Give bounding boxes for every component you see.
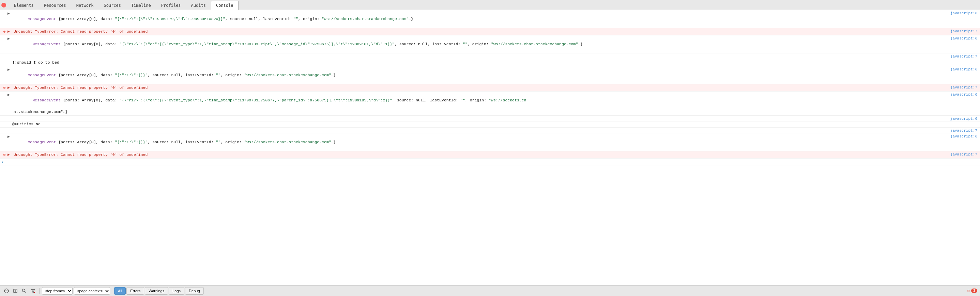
context-select[interactable]: <page context> <box>74 287 110 294</box>
bottom-toolbar: <top frame> <page context> All Errors Wa… <box>0 285 980 296</box>
empty-arrow-3 <box>8 54 12 54</box>
filter-buttons: All Errors Warnings Logs Debug <box>114 287 204 294</box>
expand-arrow-2[interactable]: ▶ <box>8 36 12 41</box>
empty-icon-7 <box>2 92 8 93</box>
log-content-6: Uncaught TypeError: Cannot read property… <box>12 85 946 91</box>
expand-arrow-12[interactable]: ▶ <box>8 152 12 157</box>
expand-arrow-11[interactable]: ▶ <box>8 134 12 139</box>
clear-console-button[interactable] <box>3 287 10 294</box>
search-button[interactable] <box>21 287 28 294</box>
plain-text-0: !!should I go to bed <box>0 59 980 66</box>
expand-arrow-6[interactable]: ▶ <box>8 85 12 90</box>
log-spacer-8: javascript:6 <box>0 116 980 122</box>
log-content-5: MessageEvent {ports: Array[0], data: "{\… <box>12 66 946 84</box>
log-source-6[interactable]: javascript:7 <box>946 85 980 89</box>
tab-profiles[interactable]: Profiles <box>156 1 186 10</box>
log-source-11[interactable]: javascript:6 <box>946 134 980 138</box>
frame-select[interactable]: <top frame> <box>42 287 73 294</box>
log-source-spacer-10[interactable]: javascript:7 <box>946 128 980 133</box>
close-button[interactable]: × <box>2 3 6 8</box>
log-content-11: MessageEvent {ports: Array[0], data: "{\… <box>12 134 946 151</box>
filter-warnings-button[interactable]: Warnings <box>145 287 168 294</box>
log-source-spacer[interactable]: javascript:7 <box>946 54 980 59</box>
svg-point-6 <box>22 289 25 291</box>
log-source-5[interactable]: javascript:6 <box>946 66 980 71</box>
log-entry-6: ⊗ ▶ Uncaught TypeError: Cannot read prop… <box>0 84 980 92</box>
log-entry-0: ▶ MessageEvent {ports: Array[0], data: "… <box>0 10 980 28</box>
error-icon-12: ⊗ <box>2 152 8 158</box>
expand-arrow-1[interactable]: ▶ <box>8 28 12 34</box>
expand-arrow-7[interactable]: ▶ <box>8 92 12 97</box>
empty-icon-3 <box>2 54 8 54</box>
log-content-0: MessageEvent {ports: Array[0], data: "{\… <box>12 11 946 28</box>
expand-arrow-5[interactable]: ▶ <box>8 66 12 72</box>
svg-line-7 <box>25 291 26 293</box>
log-spacer-3: javascript:7 <box>0 54 980 59</box>
error-count: 3 <box>971 288 977 293</box>
empty-icon-5 <box>2 66 8 67</box>
error-badge-icon: ⊗ <box>967 288 970 293</box>
log-entry-2: ▶ MessageEvent {ports: Array[0], data: "… <box>0 35 980 54</box>
empty-icon-11 <box>2 134 8 135</box>
log-entry-7: ▶ MessageEvent {ports: Array[0], data: "… <box>0 92 980 116</box>
plain-text-1: @XCritics No <box>12 122 41 127</box>
tab-sources[interactable]: Sources <box>99 1 126 10</box>
filter-all-button[interactable]: All <box>114 287 126 294</box>
preserve-log-button[interactable] <box>11 287 19 294</box>
log-entry-11: ▶ MessageEvent {ports: Array[0], data: "… <box>0 133 980 151</box>
prompt-icon: › <box>2 159 4 164</box>
filter-debug-button[interactable]: Debug <box>185 287 204 294</box>
devtools-tabbar: × Elements Resources Network Sources Tim… <box>0 0 980 10</box>
log-content-2: MessageEvent {ports: Array[0], data: "{\… <box>12 36 946 53</box>
tab-resources[interactable]: Resources <box>39 1 71 10</box>
console-output: ▶ MessageEvent {ports: Array[0], data: "… <box>0 10 980 285</box>
log-content-7: MessageEvent {ports: Array[0], data: "{\… <box>12 92 946 109</box>
log-entry-5: ▶ MessageEvent {ports: Array[0], data: "… <box>0 66 980 84</box>
error-icon-1: ⊗ <box>2 28 8 34</box>
tab-audits[interactable]: Audits <box>186 1 211 10</box>
log-source-2[interactable]: javascript:6 <box>946 36 980 41</box>
error-icon-6: ⊗ <box>2 85 8 90</box>
console-input-line: › <box>0 158 980 165</box>
log-content-12: Uncaught TypeError: Cannot read property… <box>12 152 946 158</box>
log-content-1: Uncaught TypeError: Cannot read property… <box>12 28 946 35</box>
log-source-1[interactable]: javascript:7 <box>946 28 980 33</box>
tab-elements[interactable]: Elements <box>9 1 39 10</box>
filter-logs-button[interactable]: Logs <box>169 287 185 294</box>
log-content-7b: at.stackexchange.com"…} <box>12 109 980 115</box>
filter-errors-button[interactable]: Errors <box>126 287 144 294</box>
log-entry-1: ⊗ ▶ Uncaught TypeError: Cannot read prop… <box>0 28 980 35</box>
log-entry-12: ⊗ ▶ Uncaught TypeError: Cannot read prop… <box>0 151 980 158</box>
log-content-spacer <box>12 54 946 54</box>
log-source-12[interactable]: javascript:7 <box>946 152 980 157</box>
clear-filter-button[interactable] <box>29 287 37 294</box>
tab-console[interactable]: Console <box>211 1 239 10</box>
empty-icon <box>2 11 8 11</box>
expand-arrow-0[interactable]: ▶ <box>8 11 12 16</box>
log-source-0[interactable]: javascript:6 <box>946 11 980 15</box>
error-badge: ⊗ 3 <box>967 288 977 293</box>
toolbar-separator-1 <box>39 288 40 294</box>
log-spacer-10: javascript:7 <box>0 128 980 133</box>
log-source-7[interactable]: javascript:6 <box>946 92 980 97</box>
log-source-spacer-8[interactable]: javascript:6 <box>946 116 980 121</box>
empty-icon-2 <box>2 36 8 36</box>
tab-network[interactable]: Network <box>71 1 99 10</box>
tab-timeline[interactable]: Timeline <box>126 1 156 10</box>
